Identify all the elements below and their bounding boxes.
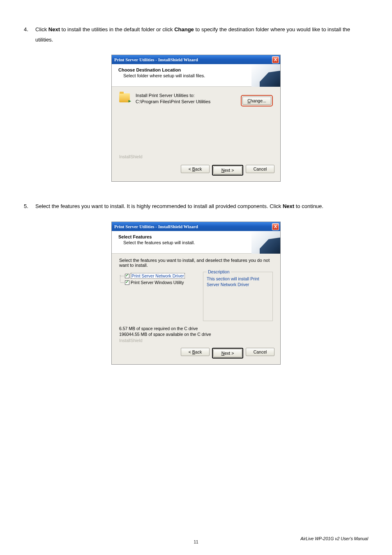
back-button[interactable]: < Back [181, 348, 210, 356]
text: to install the utilities in the default … [60, 26, 174, 32]
text: hange... [251, 98, 266, 103]
feature-instruction: Select the features you want to install,… [119, 258, 273, 268]
dialog-content: Select the features you want to install,… [112, 254, 280, 346]
next-button-focus: Next > [212, 165, 243, 176]
feature-tree[interactable]: Print Server Network Driver Print Server… [119, 272, 197, 321]
close-icon[interactable]: X [272, 223, 279, 230]
header-subtitle: Select the features setup will install. [123, 240, 195, 245]
text: ext > [224, 168, 234, 173]
description-body: This section will install Print Server N… [207, 276, 269, 287]
checkbox-icon[interactable] [125, 280, 129, 285]
description-title: Description [207, 269, 231, 274]
feature-label: Print Server Windows Utility [131, 280, 184, 285]
header-title: Select Features [118, 234, 195, 239]
header-art-icon [251, 231, 280, 254]
dialog-1-container: Print Server Utilities - InstallShield W… [24, 55, 368, 182]
select-features-dialog: Print Server Utilities - InstallShield W… [111, 222, 281, 365]
back-button[interactable]: < Back [181, 165, 210, 173]
features-row: Print Server Network Driver Print Server… [119, 272, 273, 321]
feature-label-selected: Print Server Network Driver [131, 273, 185, 279]
dialog-header: Choose Destination Location Select folde… [112, 64, 280, 87]
step-5-text: Select the features you want to install.… [35, 201, 323, 212]
feature-item-network-driver[interactable]: Print Server Network Driver [125, 273, 197, 279]
cancel-button[interactable]: Cancel [246, 165, 274, 173]
install-destination-dialog: Print Server Utilities - InstallShield W… [111, 55, 281, 182]
next-button[interactable]: Next > [213, 166, 242, 174]
titlebar-text: Print Server Utilities - InstallShield W… [114, 224, 198, 229]
installshield-label: InstallShield [119, 338, 273, 343]
feature-item-windows-utility[interactable]: Print Server Windows Utility [125, 279, 197, 286]
text: < [189, 349, 192, 354]
dialog-button-row: < Back Next > Cancel [112, 346, 280, 364]
header-subtitle: Select folder where setup will install f… [123, 73, 205, 78]
dialog-button-row: < Back Next > Cancel [112, 163, 280, 181]
text: Select the features you want to install.… [35, 203, 283, 209]
text: to continue. [294, 203, 323, 209]
cancel-button[interactable]: Cancel [246, 348, 274, 356]
step-4-num: 4. [24, 25, 35, 45]
page-footer: AirLive WP-201G v2 User's Manual 11 [24, 536, 368, 545]
header-title: Choose Destination Location [118, 67, 205, 72]
step-4: 4. Click Next to install the utilities i… [24, 25, 368, 45]
titlebar[interactable]: Print Server Utilities - InstallShield W… [112, 222, 280, 231]
titlebar[interactable]: Print Server Utilities - InstallShield W… [112, 55, 280, 64]
page-number: 11 [194, 540, 198, 544]
header-art-icon [251, 64, 280, 87]
text-bold: Next [48, 26, 60, 32]
text: < [189, 166, 192, 171]
titlebar-text: Print Server Utilities - InstallShield W… [114, 57, 198, 62]
page-num-wrap: 11 [24, 538, 368, 545]
install-folder-row: Install Print Server Utilities to: C:\Pr… [119, 92, 273, 154]
next-button-focus: Next > [212, 348, 243, 358]
space-available: 196044.55 MB of space available on the C… [119, 332, 273, 338]
close-icon[interactable]: X [272, 56, 279, 63]
dialog-header-text: Select Features Select the features setu… [112, 231, 195, 253]
underline: B [192, 166, 195, 171]
space-required: 6.57 MB of space required on the C drive [119, 326, 273, 332]
next-button[interactable]: Next > [213, 349, 242, 357]
dialog-content: Install Print Server Utilities to: C:\Pr… [112, 87, 280, 163]
step-5: 5. Select the features you want to insta… [24, 201, 368, 212]
installshield-label: InstallShield [119, 154, 273, 159]
text: ack [195, 166, 202, 171]
description-box: Description This section will install Pr… [203, 272, 273, 321]
underline: B [192, 349, 195, 354]
change-button[interactable]: Change... [242, 97, 271, 105]
checkbox-icon[interactable] [125, 274, 129, 278]
step-5-num: 5. [24, 201, 35, 212]
text: ack [195, 349, 202, 354]
text: ext > [224, 351, 234, 356]
text-bold: Change [174, 26, 194, 32]
folder-icon-wrap [119, 92, 131, 102]
text: Click [35, 26, 48, 32]
underline: C [247, 98, 251, 103]
folder-icon [119, 93, 130, 102]
space-info: 6.57 MB of space required on the C drive… [119, 326, 273, 337]
text-bold: Next [283, 203, 294, 209]
dialog-2-container: Print Server Utilities - InstallShield W… [24, 222, 368, 365]
step-4-text: Click Next to install the utilities in t… [35, 25, 368, 45]
change-button-highlight: Change... [241, 95, 273, 106]
dialog-header-text: Choose Destination Location Select folde… [112, 64, 205, 86]
dialog-header: Select Features Select the features setu… [112, 231, 280, 254]
